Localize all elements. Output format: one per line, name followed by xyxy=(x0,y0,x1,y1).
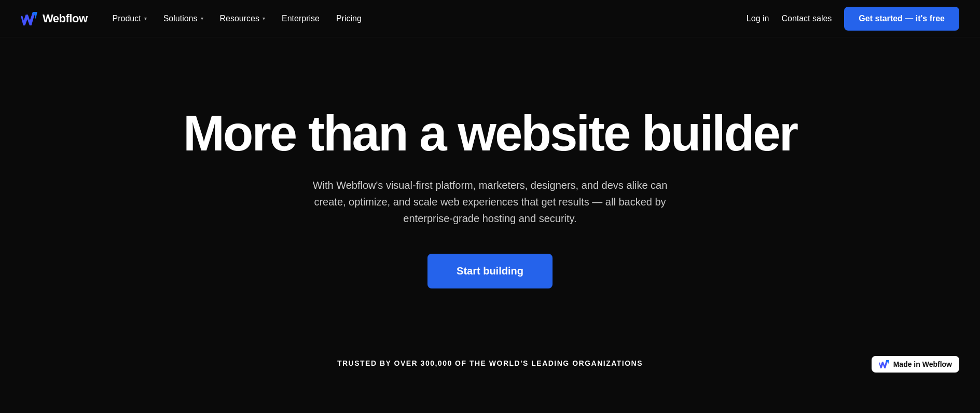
nav-right: Log in Contact sales Get started — it's … xyxy=(747,7,959,31)
nav-solutions[interactable]: Solutions ▾ xyxy=(157,10,210,27)
start-building-button[interactable]: Start building xyxy=(427,254,553,288)
made-in-webflow-badge[interactable]: Made in Webflow xyxy=(872,356,959,373)
login-link[interactable]: Log in xyxy=(747,14,769,23)
hero-subtitle: With Webflow's visual-first platform, ma… xyxy=(309,177,672,227)
trusted-bar: TRUSTED BY OVER 300,000 OF THE WORLD'S L… xyxy=(0,349,980,378)
trusted-text: TRUSTED BY OVER 300,000 OF THE WORLD'S L… xyxy=(21,359,959,367)
contact-sales-link[interactable]: Contact sales xyxy=(781,14,832,23)
chevron-down-icon: ▾ xyxy=(144,16,147,21)
made-in-webflow-label: Made in Webflow xyxy=(893,360,952,368)
nav-product[interactable]: Product ▾ xyxy=(106,10,153,27)
logo[interactable]: Webflow xyxy=(21,12,88,25)
brand-name: Webflow xyxy=(43,12,88,25)
get-started-button[interactable]: Get started — it's free xyxy=(844,7,959,31)
hero-title: More than a website builder xyxy=(183,108,797,158)
chevron-down-icon: ▾ xyxy=(263,16,265,21)
nav-left: Webflow Product ▾ Solutions ▾ Resources … xyxy=(21,10,368,27)
nav-pricing[interactable]: Pricing xyxy=(330,10,368,27)
navbar: Webflow Product ▾ Solutions ▾ Resources … xyxy=(0,0,980,37)
nav-resources[interactable]: Resources ▾ xyxy=(214,10,271,27)
hero-section: More than a website builder With Webflow… xyxy=(0,37,980,349)
nav-auth: Log in Contact sales xyxy=(747,14,832,23)
nav-links: Product ▾ Solutions ▾ Resources ▾ Enterp… xyxy=(106,10,368,27)
webflow-logo-icon xyxy=(21,12,37,25)
webflow-small-logo-icon xyxy=(879,360,889,368)
nav-enterprise[interactable]: Enterprise xyxy=(275,10,326,27)
chevron-down-icon: ▾ xyxy=(201,16,203,21)
